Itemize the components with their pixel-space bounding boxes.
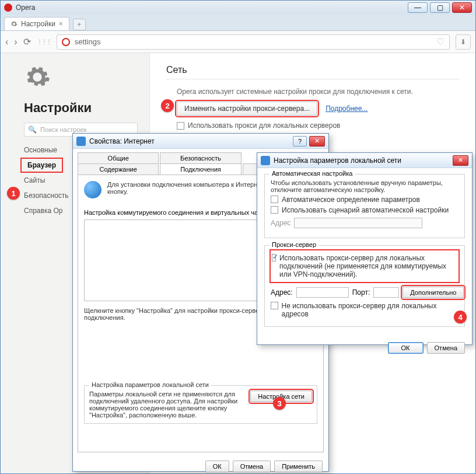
tab-close-icon[interactable]: × [59, 20, 63, 28]
reload-button[interactable]: ⟳ [23, 36, 31, 47]
auto-script-label: Использовать сценарий автоматической нас… [282, 206, 449, 214]
inet-icon [76, 137, 86, 146]
search-icon: 🔍 [28, 126, 37, 134]
inet-ok-button[interactable]: ОК [205, 461, 229, 472]
inet-cancel-button[interactable]: Отмена [233, 461, 271, 472]
local-proxy-label: Использовать прокси для локальных сервер… [188, 121, 341, 130]
inet-lan-group-label: Настройка параметров локальной сети [89, 381, 211, 388]
speed-dial-button[interactable]: ⋮⋮⋮ [37, 39, 51, 45]
section-title: Сеть [166, 65, 459, 75]
proxy-port-label: Порт: [352, 288, 370, 297]
opera-titlebar: Opera — ▢ ✕ [1, 1, 475, 15]
auto-detect-checkbox[interactable] [271, 196, 278, 203]
inet-tab-security[interactable]: Безопасность [160, 152, 241, 163]
bypass-local-label: Не использовать прокси-сервер для локаль… [282, 302, 459, 318]
callout-badge-3: 3 [273, 397, 286, 410]
lan-auto-fieldset: Автоматическая настройка Чтобы использов… [264, 174, 465, 238]
auto-addr-input [294, 218, 422, 228]
section-desc: Opera использует системные настройки про… [177, 88, 459, 96]
minimize-button[interactable]: — [408, 2, 428, 13]
download-button[interactable]: ⬇ [456, 34, 471, 50]
lan-button-row: ОК Отмена [257, 340, 472, 360]
opera-icon [4, 4, 12, 12]
toolbar: ‹ › ⟳ ⋮⋮⋮ ♡ ⬇ [1, 31, 475, 53]
forward-button[interactable]: › [14, 37, 17, 47]
inet-title: Свойства: Интернет [89, 137, 155, 145]
sidebar-item-browser[interactable]: Браузер [20, 158, 63, 173]
inet-help-button[interactable]: ? [293, 136, 307, 147]
tabstrip: Настройки × + [1, 15, 475, 31]
lan-icon [261, 156, 270, 165]
sidebar-heading: Настройки [24, 100, 149, 116]
inet-apply-button[interactable]: Применить [274, 461, 323, 472]
bypass-local-checkbox[interactable] [271, 302, 278, 309]
inet-close-button[interactable]: ✕ [309, 136, 325, 147]
lan-close-button[interactable]: ✕ [453, 155, 468, 166]
new-tab-button[interactable]: + [73, 19, 86, 30]
inet-tab-general[interactable]: Общие [78, 152, 159, 163]
inet-tab-connections[interactable]: Подключения [160, 163, 241, 175]
bookmark-icon[interactable]: ♡ [436, 36, 444, 47]
globe-icon [84, 181, 102, 198]
maximize-button[interactable]: ▢ [430, 2, 450, 13]
lan-ok-button[interactable]: ОК [388, 342, 424, 354]
app-title: Opera [16, 4, 35, 12]
proxy-addr-input[interactable] [296, 287, 349, 298]
learn-more-link[interactable]: Подробнее... [326, 104, 368, 113]
opera-badge-icon [62, 38, 70, 46]
lan-proxy-label: Прокси-сервер [270, 241, 318, 248]
url-box[interactable]: ♡ [57, 34, 450, 50]
tab-label: Настройки [21, 20, 55, 28]
auto-script-checkbox[interactable] [271, 206, 278, 214]
inet-lan-desc: Параметры локальной сети не применяются … [89, 391, 244, 419]
lan-settings-dialog: Настройка параметров локальной сети ✕ Ав… [257, 152, 473, 345]
callout-badge-1: 1 [7, 187, 20, 200]
close-button[interactable]: ✕ [452, 2, 472, 13]
lan-proxy-fieldset: Прокси-сервер Использовать прокси-сервер… [264, 245, 465, 327]
back-button[interactable]: ‹ [5, 37, 8, 47]
tab-settings[interactable]: Настройки × [4, 17, 69, 30]
lan-auto-label: Автоматическая настройка [270, 170, 355, 177]
auto-detect-label: Автоматическое определение параметров [282, 196, 420, 204]
settings-gear-icon [24, 64, 51, 90]
callout-badge-2: 2 [161, 99, 174, 112]
gear-icon [10, 20, 18, 27]
inet-button-row: ОК Отмена Применить [73, 457, 328, 474]
proxy-port-input[interactable] [373, 287, 399, 298]
use-proxy-label: Использовать прокси-сервер для локальных… [279, 254, 457, 278]
proxy-addr-label: Адрес: [271, 288, 293, 297]
change-proxy-button[interactable]: Изменить настройки прокси-сервера... [177, 102, 317, 116]
callout-badge-4: 4 [454, 311, 467, 323]
lan-titlebar: Настройка параметров локальной сети ✕ [257, 153, 472, 168]
search-placeholder: Поиск настроек [40, 126, 86, 133]
inet-tab-content[interactable]: Содержание [78, 163, 159, 175]
lan-body: Автоматическая настройка Чтобы использов… [257, 168, 472, 340]
url-input[interactable] [75, 37, 432, 46]
proxy-advanced-button[interactable]: Дополнительно [402, 287, 464, 298]
auto-addr-label: Адрес [271, 219, 290, 227]
inet-titlebar: Свойства: Интернет ? ✕ [73, 134, 328, 149]
local-proxy-checkbox[interactable] [177, 122, 184, 130]
use-proxy-checkbox[interactable] [272, 254, 276, 262]
lan-cancel-button[interactable]: Отмена [427, 342, 465, 354]
lan-title: Настройка параметров локальной сети [274, 156, 401, 165]
lan-auto-desc: Чтобы использовать установленные вручную… [271, 179, 459, 193]
